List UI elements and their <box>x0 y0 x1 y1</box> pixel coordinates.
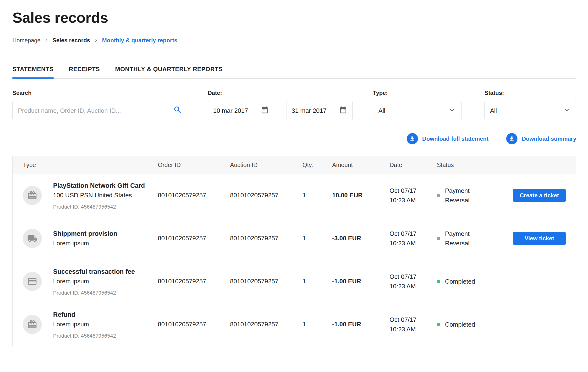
breadcrumb-monthly-quarterly-reports[interactable]: Monthly & quarterly reports <box>102 37 178 44</box>
status-label: Status: <box>484 90 576 96</box>
gift-icon <box>23 315 42 334</box>
status-select[interactable]: All <box>484 101 576 120</box>
status-text: Payment Reversal <box>445 186 486 205</box>
order-id-value: 80101020579257 <box>158 278 230 285</box>
truck-icon <box>23 229 42 248</box>
date-line-1: Oct 07/17 <box>389 272 437 282</box>
column-header-date: Date <box>389 161 437 169</box>
date-from-field[interactable]: 10 mar 2017 <box>208 101 274 120</box>
date-to-field[interactable]: 31 mar 2017 <box>286 101 353 120</box>
date-line-2: 10:23 AM <box>389 282 437 291</box>
product-subtitle: Lorem ipsum... <box>53 320 116 329</box>
date-line-2: 10:23 AM <box>389 324 437 334</box>
download-full-statement-link[interactable]: Download full statement <box>407 133 489 144</box>
auction-id-value: 80101020579257 <box>230 235 303 242</box>
product-name: Shippment provision <box>53 229 117 238</box>
search-filter: Search <box>12 90 188 120</box>
table-row: Successful transaction fee Lorem ipsum..… <box>13 260 576 303</box>
page-title: Sales records <box>12 9 576 26</box>
date-filter: Date: 10 mar 2017 - 31 mar 2017 <box>208 90 353 120</box>
status-value: Payment Reversal <box>437 186 513 205</box>
table-header-row: Type Order ID Auction ID Qty. Amount Dat… <box>13 156 576 174</box>
status-value: Payment Reversal <box>437 229 513 248</box>
download-full-statement-label: Download full statement <box>422 135 489 142</box>
search-input[interactable] <box>18 107 173 114</box>
date-line-2: 10:23 AM <box>389 195 437 205</box>
order-id-value: 80101020579257 <box>158 235 230 242</box>
status-text: Completed <box>445 320 475 329</box>
status-dot <box>437 280 440 283</box>
chevron-right-icon <box>94 38 99 43</box>
column-header-type: Type <box>13 161 158 169</box>
date-line-1: Oct 07/17 <box>389 186 437 195</box>
date-line-1: Oct 07/17 <box>389 229 437 238</box>
download-icon <box>506 133 517 144</box>
filter-bar: Search Date: 10 mar 2017 - 31 mar <box>12 90 576 120</box>
row-action-button[interactable]: Create a ticket <box>513 189 566 202</box>
date-from-value: 10 mar 2017 <box>213 107 248 114</box>
product-id: Product ID: 456487956542 <box>53 333 116 339</box>
qty-value: 1 <box>303 235 332 242</box>
date-to-value: 31 mar 2017 <box>292 107 327 114</box>
calendar-icon[interactable] <box>261 106 269 116</box>
search-label: Search <box>12 90 188 96</box>
tab-statements[interactable]: STATEMENTS <box>12 66 53 78</box>
status-text: Completed <box>445 277 475 286</box>
product-name: Refund <box>53 310 116 320</box>
table-row: Refund Lorem ipsum... Product ID: 456487… <box>13 303 576 346</box>
column-header-amount: Amount <box>332 161 389 169</box>
breadcrumb-sales-records[interactable]: Seles records <box>52 37 90 44</box>
qty-value: 1 <box>303 192 332 199</box>
column-header-auction-id: Auction ID <box>230 161 303 169</box>
auction-id-value: 80101020579257 <box>230 278 303 285</box>
product-subtitle: 100 USD PSN United States <box>53 191 145 200</box>
status-dot <box>437 194 440 197</box>
download-icon <box>407 133 418 144</box>
date-value: Oct 07/17 10:23 AM <box>389 315 437 334</box>
order-id-value: 80101020579257 <box>158 192 230 199</box>
type-label: Type: <box>373 90 462 96</box>
chevron-down-icon <box>563 106 571 116</box>
table-body: PlayStation Network Gift Card 100 USD PS… <box>13 174 576 346</box>
status-value: Completed <box>437 277 513 286</box>
table-row: PlayStation Network Gift Card 100 USD PS… <box>13 174 576 217</box>
download-summary-link[interactable]: Download summary <box>506 133 576 144</box>
download-actions: Download full statement Download summary <box>12 133 576 144</box>
product-subtitle: Lorem ipsum... <box>53 238 117 248</box>
product-id: Product ID: 456487956542 <box>53 204 145 210</box>
type-select[interactable]: All <box>373 101 462 120</box>
column-header-order-id: Order ID <box>158 161 230 169</box>
amount-value: -1.00 EUR <box>332 321 389 328</box>
type-filter: Type: All <box>373 90 462 120</box>
product-id: Product ID: 456487956542 <box>53 290 135 296</box>
order-id-value: 80101020579257 <box>158 321 230 328</box>
product-name: Successful transaction fee <box>53 267 135 276</box>
column-header-qty: Qty. <box>303 161 332 169</box>
column-header-status: Status <box>437 161 513 169</box>
row-action-button[interactable]: View ticket <box>513 232 566 245</box>
amount-value: 10.00 EUR <box>332 192 389 199</box>
status-select-value: All <box>490 107 497 114</box>
status-value: Completed <box>437 320 513 329</box>
download-summary-label: Download summary <box>522 135 576 142</box>
date-value: Oct 07/17 10:23 AM <box>389 186 437 205</box>
tab-monthly-quarterly-reports[interactable]: MONTHLY & QUARTERLY REPORTS <box>115 66 223 78</box>
date-label: Date: <box>208 90 353 96</box>
page: Sales records Homepage Seles records Mon… <box>0 9 588 346</box>
tab-receipts[interactable]: RECEIPTS <box>69 66 100 78</box>
credit-card-icon <box>23 272 42 291</box>
gift-icon <box>23 186 42 205</box>
table-row: Shippment provision Lorem ipsum... 80101… <box>13 217 576 260</box>
breadcrumb: Homepage Seles records Monthly & quarter… <box>12 37 576 44</box>
date-value: Oct 07/17 10:23 AM <box>389 229 437 248</box>
status-text: Payment Reversal <box>445 229 486 248</box>
amount-value: -1.00 EUR <box>332 278 389 285</box>
calendar-icon[interactable] <box>339 106 347 116</box>
auction-id-value: 80101020579257 <box>230 321 303 328</box>
status-filter: Status: All <box>484 90 576 120</box>
breadcrumb-homepage[interactable]: Homepage <box>12 37 40 44</box>
product-name: PlayStation Network Gift Card <box>53 181 145 191</box>
status-dot <box>437 323 440 326</box>
search-icon[interactable] <box>173 105 182 116</box>
date-line-1: Oct 07/17 <box>389 315 437 324</box>
